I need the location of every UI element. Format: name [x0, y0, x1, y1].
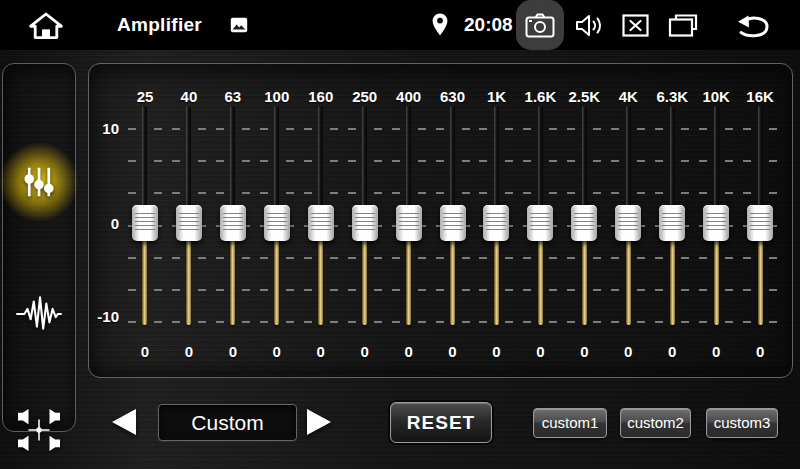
eq-band-1.6k: 1.6K 0 — [518, 64, 562, 377]
volume-button[interactable] — [575, 14, 605, 37]
eq-band-100: 100 0 — [255, 64, 299, 377]
eq-band-25: 25 0 — [123, 64, 167, 377]
eq-slider[interactable] — [211, 106, 255, 324]
slider-track-upper — [186, 106, 191, 218]
slider-track-upper — [230, 106, 235, 218]
band-value: 0 — [211, 343, 255, 360]
tab-equalizer[interactable] — [3, 164, 75, 200]
slider-handle[interactable] — [747, 205, 773, 241]
slider-track-upper — [450, 106, 455, 218]
slider-handle[interactable] — [527, 205, 553, 241]
slider-handle[interactable] — [571, 205, 597, 241]
eq-slider[interactable] — [738, 106, 782, 324]
eq-bands: 25 0 40 0 63 — [123, 64, 782, 377]
slider-handle[interactable] — [132, 205, 158, 241]
freq-label: 25 — [123, 88, 167, 105]
recent-apps-button[interactable] — [668, 14, 698, 37]
eq-band-630: 630 0 — [431, 64, 475, 377]
slider-handle[interactable] — [308, 205, 334, 241]
custom2-button[interactable]: custom2 — [620, 408, 691, 438]
eq-slider[interactable] — [299, 106, 343, 324]
eq-band-4k: 4K 0 — [606, 64, 650, 377]
scale-label-max: 10 — [89, 120, 119, 138]
slider-track-upper — [714, 106, 719, 218]
slider-handle[interactable] — [176, 205, 202, 241]
slider-handle[interactable] — [440, 205, 466, 241]
slider-handle[interactable] — [483, 205, 509, 241]
band-value: 0 — [650, 343, 694, 360]
eq-slider[interactable] — [167, 106, 211, 324]
tab-balance-fader[interactable] — [3, 407, 75, 453]
preset-next-button[interactable] — [307, 409, 331, 435]
custom1-button[interactable]: custom1 — [533, 408, 607, 438]
eq-slider[interactable] — [694, 106, 738, 324]
handle-ridges — [311, 213, 331, 233]
slider-track-upper — [538, 106, 543, 218]
slider-handle[interactable] — [703, 205, 729, 241]
gallery-button[interactable] — [230, 17, 248, 33]
home-button[interactable] — [27, 12, 65, 39]
freq-label: 630 — [431, 88, 475, 105]
eq-band-63: 63 0 — [211, 64, 255, 377]
location-indicator[interactable] — [432, 12, 448, 37]
band-value: 0 — [387, 343, 431, 360]
slider-track-upper — [670, 106, 675, 218]
back-button[interactable] — [735, 13, 773, 39]
eq-slider[interactable] — [606, 106, 650, 324]
handle-ridges — [618, 213, 638, 233]
close-app-button[interactable] — [622, 14, 649, 37]
freq-label: 10K — [694, 88, 738, 105]
freq-label: 250 — [343, 88, 387, 105]
slider-track-upper — [626, 106, 631, 218]
slider-track-upper — [142, 106, 147, 218]
equalizer-panel: 10 0 -10 25 0 40 — [88, 63, 793, 378]
scale-label-mid: 0 — [89, 215, 119, 233]
eq-band-16k: 16K 0 — [738, 64, 782, 377]
band-value: 0 — [606, 343, 650, 360]
band-value: 0 — [123, 343, 167, 360]
preset-display[interactable]: Custom — [158, 404, 297, 441]
slider-track-upper — [318, 106, 323, 218]
slider-handle[interactable] — [264, 205, 290, 241]
eq-slider[interactable] — [387, 106, 431, 324]
slider-handle[interactable] — [659, 205, 685, 241]
camera-icon — [525, 13, 555, 38]
handle-ridges — [179, 213, 199, 233]
band-value: 0 — [431, 343, 475, 360]
tab-sound-effect[interactable] — [3, 295, 75, 333]
eq-band-1k: 1K 0 — [475, 64, 519, 377]
freq-label: 400 — [387, 88, 431, 105]
eq-slider[interactable] — [123, 106, 167, 324]
slider-handle[interactable] — [220, 205, 246, 241]
eq-slider[interactable] — [255, 106, 299, 324]
eq-slider[interactable] — [343, 106, 387, 324]
eq-band-10k: 10K 0 — [694, 64, 738, 377]
eq-band-160: 160 0 — [299, 64, 343, 377]
eq-band-2.5k: 2.5K 0 — [562, 64, 606, 377]
reset-button[interactable]: RESET — [390, 402, 492, 443]
slider-handle[interactable] — [615, 205, 641, 241]
slider-handle[interactable] — [396, 205, 422, 241]
eq-band-400: 400 0 — [387, 64, 431, 377]
handle-ridges — [399, 213, 419, 233]
eq-slider[interactable] — [562, 106, 606, 324]
screenshot-button[interactable] — [516, 0, 564, 50]
eq-band-6.3k: 6.3K 0 — [650, 64, 694, 377]
clock: 20:08 — [464, 0, 513, 50]
band-value: 0 — [299, 343, 343, 360]
page-title: Amplifier — [117, 0, 202, 50]
eq-slider[interactable] — [475, 106, 519, 324]
eq-slider[interactable] — [431, 106, 475, 324]
slider-track-upper — [582, 106, 587, 218]
eq-band-40: 40 0 — [167, 64, 211, 377]
eq-slider[interactable] — [518, 106, 562, 324]
slider-track-upper — [406, 106, 411, 218]
preset-prev-button[interactable] — [112, 409, 136, 435]
band-value: 0 — [255, 343, 299, 360]
freq-label: 4K — [606, 88, 650, 105]
custom3-button[interactable]: custom3 — [706, 408, 778, 438]
eq-slider[interactable] — [650, 106, 694, 324]
handle-ridges — [706, 213, 726, 233]
slider-track-upper — [758, 106, 763, 218]
slider-handle[interactable] — [352, 205, 378, 241]
